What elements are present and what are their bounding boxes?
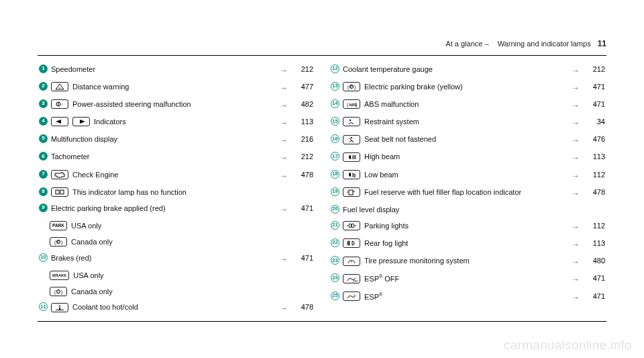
svg-text:(: ( — [54, 240, 56, 245]
esp-off-icon: OFF — [343, 274, 360, 283]
distance-warning-icon — [51, 82, 68, 91]
item-number-badge: 18 — [331, 170, 339, 179]
item-number-badge: 11 — [39, 302, 48, 311]
blank-icon — [51, 187, 68, 197]
item-desc: Restraint system — [343, 117, 562, 127]
page-ref: 471 — [580, 273, 605, 283]
item-marker: 22 — [331, 238, 343, 247]
arrow-icon — [270, 187, 288, 188]
list-item: 25ESP®→471 — [329, 288, 606, 306]
arrow-icon: → — [270, 204, 288, 215]
item-number-badge: 15 — [331, 117, 339, 126]
item-desc: Rear fog light — [343, 238, 562, 249]
item-text: Coolant too hot/cold — [72, 302, 138, 312]
item-number-badge: 25 — [331, 292, 339, 300]
item-desc: PARKUSA only — [50, 221, 270, 231]
park-usa-icon: PARK — [50, 221, 67, 230]
item-text: Tire pressure monitoring system — [364, 256, 470, 266]
list-item: 18Low beam→112 — [329, 167, 606, 184]
list-item: 7Check Engine→478 — [38, 167, 315, 184]
abs-icon: (ABS) — [343, 99, 360, 109]
item-number-badge: 4 — [39, 117, 48, 126]
arrow-icon — [562, 205, 580, 206]
svg-rect-4 — [56, 190, 59, 194]
item-desc: Indicators — [51, 117, 270, 127]
item-desc: Coolant temperature gauge — [343, 64, 562, 75]
svg-text:!: ! — [351, 259, 352, 263]
item-desc: Distance warning — [51, 82, 270, 92]
list-item: 12Coolant temperature gauge→212 — [329, 61, 606, 79]
arrow-icon: → — [270, 99, 288, 111]
arrow-icon: → — [562, 170, 580, 181]
item-desc: This indicator lamp has no function — [51, 187, 270, 197]
item-marker: 4 — [39, 117, 51, 126]
item-text: Low beam — [364, 170, 398, 180]
list-item: (P)Canada only — [38, 234, 315, 250]
svg-text:): ) — [61, 289, 62, 295]
item-text: Check Engine — [72, 170, 119, 180]
item-text: Coolant temperature gauge — [343, 64, 433, 75]
item-number-badge: 10 — [39, 253, 48, 262]
item-marker: 18 — [331, 170, 343, 179]
arrow-icon: → — [270, 134, 288, 146]
item-desc: !Tire pressure monitoring system — [343, 256, 562, 266]
list-item: 9Electric parking brake applied (red)→47… — [38, 200, 315, 218]
item-number-badge: 6 — [39, 152, 48, 161]
arrow-icon: → — [270, 152, 288, 163]
item-text: Canada only — [71, 237, 113, 247]
tpms-icon: ! — [343, 257, 360, 266]
list-item: 21Parking lights→112 — [329, 218, 606, 235]
turn-left-icon — [51, 117, 68, 126]
turn-right-icon — [72, 117, 90, 126]
item-marker: 23 — [331, 256, 343, 265]
rear-fog-icon — [343, 238, 360, 248]
svg-line-30 — [352, 175, 356, 176]
list-item: 11Coolant too hot/cold→478 — [38, 300, 315, 317]
column-right: 12Coolant temperature gauge→21213(P)Elec… — [329, 61, 606, 317]
item-number-badge: 20 — [331, 205, 339, 214]
parking-lights-icon — [343, 221, 360, 230]
list-item: BRAKEUSA only — [38, 267, 315, 283]
high-beam-icon — [343, 152, 360, 162]
svg-text:): ) — [354, 85, 356, 90]
item-marker: 21 — [331, 221, 343, 230]
coolant-temp-icon — [51, 303, 68, 312]
item-desc: Check Engine — [51, 170, 270, 180]
item-desc: (!)Canada only — [50, 287, 270, 297]
item-text: Power-assisted steering malfunction — [72, 99, 191, 109]
item-desc: OFFESP® OFF — [343, 273, 562, 284]
item-marker: 1 — [39, 64, 51, 73]
page-ref: 471 — [288, 204, 313, 214]
item-text: Distance warning — [72, 82, 129, 92]
item-number-badge: 21 — [331, 221, 339, 230]
item-marker: 15 — [331, 117, 343, 126]
item-desc: Brakes (red) — [51, 253, 270, 263]
list-item: 8This indicator lamp has no function — [38, 184, 315, 200]
item-text: Parking lights — [364, 221, 409, 231]
list-item: 20Fuel level display — [329, 202, 606, 218]
item-marker: 5 — [39, 134, 51, 143]
item-marker: 13 — [331, 82, 343, 91]
arrow-icon: → — [562, 134, 580, 146]
item-text: Multifunction display — [51, 134, 117, 144]
item-desc: Seat belt not fastened — [343, 134, 562, 144]
item-number-badge: 7 — [39, 170, 48, 179]
item-marker: 11 — [39, 302, 51, 311]
item-desc: (P)Electric parking brake (yellow) — [343, 82, 562, 92]
item-number-badge: 9 — [39, 204, 48, 212]
item-marker: 12 — [331, 64, 343, 73]
item-text: ESP® — [364, 292, 382, 302]
item-desc: Tachometer — [51, 152, 270, 162]
item-desc: Fuel level display — [343, 205, 562, 215]
arrow-icon: → — [562, 221, 580, 232]
rule-top — [38, 55, 606, 56]
section-prefix: At a glance – — [445, 40, 490, 48]
item-number-badge: 3 — [39, 99, 48, 108]
page-ref: 478 — [288, 170, 313, 180]
list-item: 22Rear fog light→113 — [329, 236, 606, 253]
item-text: USA only — [71, 221, 101, 231]
svg-text:P: P — [57, 240, 60, 244]
item-text: Electric parking brake (yellow) — [364, 82, 463, 92]
page-ref: 471 — [288, 253, 313, 263]
page: At a glance – Warning and indicator lamp… — [0, 0, 644, 358]
